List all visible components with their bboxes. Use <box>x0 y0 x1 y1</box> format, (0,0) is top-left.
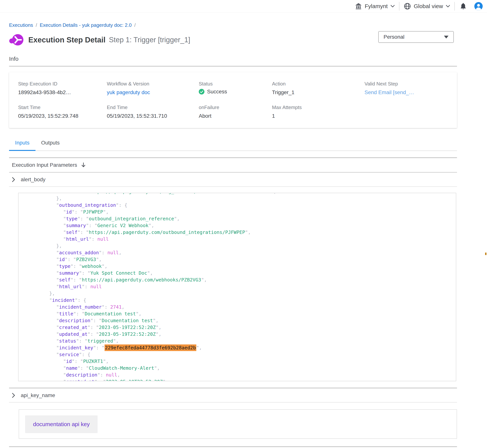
param-label: alert_body <box>21 176 46 183</box>
scrollbar-find-marker <box>485 253 487 255</box>
field-valid-next-step: Valid Next Step Send Email [send_… <box>365 81 457 96</box>
scope-select[interactable]: Personal <box>378 31 454 43</box>
field-max-attempts: Max Attempts 1 <box>272 104 365 119</box>
alert-body-json-viewer[interactable]: "self": "https://api.pagerduty.com/log_e… <box>18 193 456 381</box>
chevron-right-icon <box>12 177 15 182</box>
execution-input-parameters-header: Execution Input Parameters <box>9 158 457 173</box>
notifications-button[interactable] <box>455 2 472 10</box>
field-label: onFailure <box>199 104 272 110</box>
view-label: Global view <box>414 3 443 9</box>
field-value: 05/19/2023, 15:52:29.748 <box>18 113 107 119</box>
breadcrumb-execution-details[interactable]: Execution Details - yuk pagerduty doc: 2… <box>40 22 131 28</box>
field-label: Step Execution ID <box>18 81 107 87</box>
api-key-name-card: documentation api key <box>19 409 457 439</box>
page-content: Executions/Execution Details - yuk pager… <box>9 22 457 448</box>
field-end-time: End Time 05/19/2023, 15:52:31.710 <box>107 104 199 119</box>
field-value: 05/19/2023, 15:52:31.710 <box>107 113 199 119</box>
breadcrumb-executions[interactable]: Executions <box>9 22 33 28</box>
field-start-time: Start Time 05/19/2023, 15:52:29.748 <box>18 104 107 119</box>
tab-outputs[interactable]: Outputs <box>35 140 65 151</box>
field-value: 18992a43-9538-4b2… <box>18 89 107 96</box>
field-value: Trigger_1 <box>272 89 365 96</box>
tab-bar: Inputs Outputs <box>9 140 457 151</box>
info-heading: Info <box>9 56 457 62</box>
field-label: End Time <box>107 104 199 110</box>
download-arrow-icon[interactable] <box>81 162 86 168</box>
bell-icon <box>460 2 467 10</box>
info-divider <box>9 66 457 67</box>
scope-select-value: Personal <box>383 34 405 40</box>
success-check-icon <box>199 89 204 95</box>
param-row-alert-body[interactable]: alert_body <box>9 173 457 187</box>
bank-icon <box>355 3 362 10</box>
json-code: "self": "https://api.pagerduty.com/log_e… <box>18 193 456 381</box>
globe-icon <box>404 2 411 10</box>
field-label: Workflow & Version <box>107 81 199 87</box>
view-menu[interactable]: Global view <box>399 2 454 10</box>
field-label: Action <box>272 81 365 87</box>
breadcrumb-separator: / <box>36 22 37 28</box>
user-avatar[interactable] <box>474 2 483 10</box>
field-value: 1 <box>272 113 365 119</box>
breadcrumb-separator: / <box>134 22 136 28</box>
chevron-right-icon <box>12 393 15 398</box>
breadcrumb: Executions/Execution Details - yuk pager… <box>9 22 457 28</box>
param-row-api-key-name[interactable]: api_key_name <box>9 388 457 402</box>
info-card: Step Execution ID 18992a43-9538-4b2… Wor… <box>9 72 457 128</box>
workflow-step-icon <box>9 34 24 46</box>
field-value: Abort <box>199 113 272 119</box>
field-workflow-version: Workflow & Version yuk pagerduty doc <box>107 81 199 96</box>
execution-input-parameters-label: Execution Input Parameters <box>12 162 77 168</box>
org-label: Fylamynt <box>365 3 388 9</box>
status-badge: Success <box>207 89 227 95</box>
api-key-name-chip[interactable]: documentation api key <box>25 415 97 433</box>
chevron-down-icon <box>390 5 395 8</box>
next-step-link[interactable]: Send Email [send_… <box>365 89 457 96</box>
field-label: Status <box>199 81 272 87</box>
field-label: Valid Next Step <box>365 81 457 87</box>
caret-down-icon <box>444 36 448 39</box>
field-label: Max Attempts <box>272 104 365 110</box>
top-bar: Fylamynt Global view <box>0 0 487 12</box>
title-row: Execution Step Detail Step 1: Trigger [t… <box>9 33 457 47</box>
tab-inputs[interactable]: Inputs <box>9 140 35 151</box>
workflow-link[interactable]: yuk pagerduty doc <box>107 89 199 96</box>
org-menu[interactable]: Fylamynt <box>351 3 399 10</box>
page-subtitle: Step 1: Trigger [trigger_1] <box>109 36 190 44</box>
chevron-down-icon <box>446 5 450 8</box>
param-row-api-key-value[interactable]: api_key_value <box>9 447 457 448</box>
field-action: Action Trigger_1 <box>272 81 365 96</box>
field-label: Start Time <box>18 104 107 110</box>
page-title: Execution Step Detail <box>28 36 106 44</box>
field-status: Status Success <box>199 81 272 96</box>
field-step-execution-id: Step Execution ID 18992a43-9538-4b2… <box>18 81 107 96</box>
field-onfailure: onFailure Abort <box>199 104 272 119</box>
param-label: api_key_name <box>21 392 55 398</box>
